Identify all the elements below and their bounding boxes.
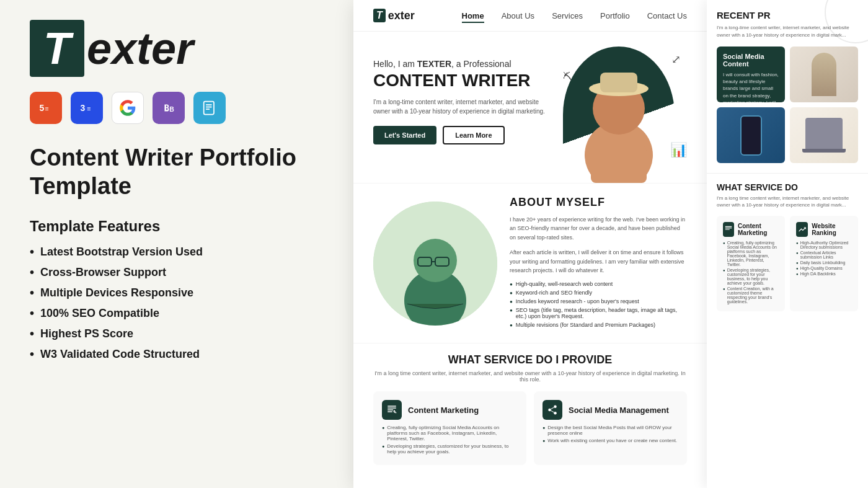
service-2-bullet-1: Design the best Social Media Posts that … [542,425,678,436]
right-service-1-icon [723,222,734,237]
service-1-bullet-2: Developing strategies, customized for yo… [382,443,518,455]
right-service-2-header: Website Ranking [796,222,852,237]
about-image [373,202,497,326]
hero-title: CONTENT WRITER [373,70,551,91]
about-bullets: High-quality, well-research web content … [510,281,687,328]
feature-item-1: Latest Bootstrap Version Used [30,245,324,259]
features-section: Template Features Latest Bootstrap Versi… [30,218,324,362]
rs2-bullet-3: Daily basis Linkbuilding [796,260,852,265]
service-1-title: Content Marketing [408,406,479,415]
right-service-2-icon [796,222,808,237]
recent-img-social: Social Media Content I will consult with… [717,47,785,102]
service-1-bullets: Creating, fully optimizing Social Media … [382,425,518,455]
svg-rect-12 [600,73,637,92]
hero-desc: I'm a long-time content writer, internet… [373,97,551,116]
recent-pr-desc: I'm a long-time content writer, internet… [717,24,858,39]
about-bullet-3: Includes keyword research - upon buyer's… [510,298,687,304]
right-preview-bottom: WHAT SERVICE DO I'm a long time content … [707,174,868,320]
preview-logo-rest: exter [388,9,415,22]
nav-link-about[interactable]: About Us [502,11,534,20]
service-2-bullets: Design the best Social Media Posts that … [542,425,678,443]
nav-link-portfolio[interactable]: Portfolio [600,11,630,20]
about-bullet-4: SEO tags (title tag, meta description, h… [510,307,687,319]
hero-person-svg [566,53,671,183]
svg-rect-13 [591,146,647,183]
logo-box: T exter [30,20,193,77]
nav-link-home[interactable]: Home [462,11,484,20]
rs1-bullet-2: Developing strategies, customized for yo… [723,268,779,285]
about-person-svg [373,202,497,326]
svg-line-24 [551,407,554,409]
what-service-title: WHAT SERVICE DO [717,182,858,192]
svg-rect-7 [206,107,211,108]
right-service-1-bullets: Creating, fully optimizing Social Media … [723,241,779,304]
ppt-icon [193,92,226,124]
preview-logo-t: T [373,9,386,22]
about-bullet-5: Multiple revisions (for Standard and Pre… [510,322,687,328]
svg-point-22 [554,412,557,415]
about-para2: After each article is written, I will de… [510,248,687,275]
lamp-icon [812,53,836,96]
social-card-title: Social Media Content [723,53,779,68]
recent-img-laptop [790,107,858,163]
about-title: ABOUT MYSELF [510,196,687,209]
recent-img-phone [717,107,785,163]
feature-item-4: 100% SEO Compatible [30,306,324,321]
svg-text:≡: ≡ [45,105,48,112]
tech-icons-row: 5 ≡ 3 ≡ B [30,92,324,124]
services-desc: I'm a long time content writer, internet… [373,370,687,383]
preview-navbar: T exter Home About Us Services Portfolio… [353,0,707,32]
about-bullet-2: Keyword-rich and SEO friendly [510,290,687,296]
recent-pr-title: RECENT PR [717,10,858,20]
learn-more-button[interactable]: Learn More [443,126,504,144]
rs2-bullet-5: High DA Backlinks [796,272,852,276]
lets-started-button[interactable]: Let's Started [373,126,436,144]
svg-rect-5 [204,102,214,115]
svg-point-20 [554,406,557,409]
about-bullet-1: High-quality, well-research web content [510,281,687,287]
right-service-grid: Content Marketing Creating, fully optimi… [717,216,858,311]
preview-services: WHAT SERVICE DO I PROVIDE I'm a long tim… [353,343,707,475]
features-heading: Template Features [30,218,324,235]
hero-greeting: Hello, I am TEXTER, a Professional [373,59,551,69]
social-media-icon [542,400,562,420]
feature-item-6: W3 Validated Code Structured [30,347,324,362]
rs2-bullet-1: High-Authority Optimized Directory submi… [796,241,852,249]
svg-text:≡: ≡ [87,105,91,112]
nav-link-contact[interactable]: Contact Us [647,11,687,20]
chart-icon: 📊 [670,142,687,158]
svg-point-21 [548,409,551,412]
service-card-1-header: Content Marketing [382,400,518,420]
what-service-desc: I'm a long time content writer, internet… [717,195,858,208]
feature-item-3: Multiple Devices Responsive [30,286,324,300]
laptop-icon [805,118,843,149]
logo-container: T exter [30,20,324,77]
content-marketing-icon [382,400,402,420]
website-preview: T exter Home About Us Services Portfolio… [353,0,707,488]
right-panel: RECENT PR I'm a long-time content writer… [707,0,868,488]
nav-link-services[interactable]: Services [552,11,583,20]
svg-rect-6 [206,104,211,105]
service-card-2: Social Media Management Design the best … [534,391,687,465]
phone-icon [740,115,762,156]
hero-image-area: ⛏ ⤢ 📊 [563,47,687,183]
svg-text:3: 3 [81,103,86,113]
features-list: Latest Bootstrap Version Used Cross-Brow… [30,245,324,362]
preview-about: ABOUT MYSELF I have 20+ years of experie… [353,183,707,343]
rs2-bullet-4: High-Quality Domains [796,266,852,270]
rs2-bullet-2: Contextual Articles submission Links [796,251,852,259]
bootstrap-icon: B [153,92,185,124]
services-grid: Content Marketing Creating, fully optimi… [373,391,687,465]
laptop-base [802,149,846,153]
preview-hero: Hello, I am TEXTER, a Professional CONTE… [353,32,707,183]
services-title: WHAT SERVICE DO I PROVIDE [373,353,687,366]
center-preview-panel: T exter Home About Us Services Portfolio… [353,0,707,488]
service-1-bullet-1: Creating, fully optimizing Social Media … [382,425,518,441]
hero-person-container [563,47,675,183]
logo-text: exter [87,26,193,71]
recent-images-grid: Social Media Content I will consult with… [717,47,858,163]
right-service-1-header: Content Marketing [723,222,779,237]
about-para1: I have 20+ years of experience writing f… [510,215,687,242]
right-service-2-bullets: High-Authority Optimized Directory submi… [796,241,852,276]
right-preview-top: RECENT PR I'm a long-time content writer… [707,0,868,174]
